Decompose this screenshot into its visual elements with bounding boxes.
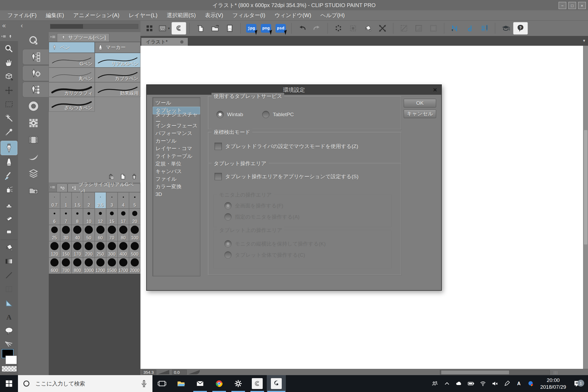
microphone-icon[interactable] <box>139 379 149 388</box>
brush-size-item[interactable]: 250 <box>95 241 106 258</box>
collapse-dock-icon[interactable]: ‹ <box>21 22 23 29</box>
snap-to-ruler-button[interactable] <box>448 22 462 35</box>
brush-size-item[interactable]: 1 <box>60 192 72 209</box>
horizontal-scrollbar[interactable] <box>440 370 550 375</box>
brush-size-item[interactable]: 1.5 <box>72 192 83 209</box>
text-tool[interactable]: A <box>1 310 17 324</box>
category-item-タッチジェスチャー[interactable]: タッチジェスチャー <box>153 114 200 122</box>
zoom-slider[interactable] <box>158 370 169 374</box>
convert-border-button[interactable] <box>426 22 441 35</box>
new-canvas-button[interactable] <box>193 22 208 35</box>
panel-menu-icon[interactable] <box>50 184 56 191</box>
onedrive-tray-button[interactable] <box>453 380 465 387</box>
eraser-tool[interactable] <box>1 210 17 224</box>
brush-size-item[interactable]: 3 <box>106 192 118 209</box>
radio-button[interactable] <box>262 111 270 118</box>
brush-size-item[interactable]: 500 <box>129 241 140 258</box>
main-menu-button[interactable] <box>142 22 157 35</box>
ime-mode-tray-button[interactable]: A <box>513 380 525 387</box>
task-view-taskbar-button[interactable] <box>152 375 171 392</box>
menu-item-6[interactable]: フィルター(I) <box>228 12 270 19</box>
maximize-button[interactable]: □ <box>568 2 576 9</box>
start-button[interactable] <box>0 375 18 392</box>
action-center-button[interactable]: 1 <box>569 379 585 388</box>
menu-item-2[interactable]: アニメーション(A) <box>69 12 124 19</box>
scale-rotate-button[interactable] <box>375 22 390 35</box>
brush-size-item[interactable]: 10 <box>83 209 94 225</box>
material-panel-button[interactable] <box>18 182 49 199</box>
quick-access-panel-button[interactable] <box>18 32 49 48</box>
category-item-ファイル[interactable]: ファイル <box>153 175 200 183</box>
app-area-checkbox[interactable]: タブレット操作エリアをアプリケーションで設定する(S) <box>215 173 359 180</box>
pen-settings-tray-button[interactable] <box>501 380 513 387</box>
brush-size-item[interactable]: 2 <box>83 192 94 209</box>
category-item-定規・単位[interactable]: 定規・単位 <box>153 160 200 168</box>
menu-item-7[interactable]: ウィンドウ(W) <box>270 12 316 19</box>
open-clip-studio-button[interactable] <box>171 22 186 35</box>
volume-muted-tray-button[interactable] <box>489 380 501 387</box>
how-to-use-button[interactable] <box>498 22 513 35</box>
brush-size-dock-panel-button[interactable] <box>22 82 49 97</box>
eyedropper-tool[interactable] <box>1 125 17 139</box>
cancel-button[interactable]: キャンセル <box>404 109 436 118</box>
service-option-1[interactable]: TabletPC <box>262 111 294 118</box>
brush-size-item[interactable]: 0.7 <box>49 192 60 209</box>
delete-sub-tool-button[interactable] <box>131 173 138 180</box>
menu-item-8[interactable]: ヘルプ(H) <box>316 12 349 19</box>
selection-launcher-button[interactable] <box>346 22 360 35</box>
hidden-icons-tray-button[interactable] <box>441 380 453 387</box>
sub-tool-panel-button[interactable] <box>22 49 49 65</box>
brush-size-item[interactable]: 1200 <box>95 258 106 274</box>
menu-item-5[interactable]: 表示(V) <box>200 12 228 19</box>
color-set-panel-button[interactable] <box>18 115 49 131</box>
subtool-group-tab-ペン[interactable]: ペン <box>49 42 95 53</box>
undo-button[interactable] <box>295 22 310 35</box>
battery-tray-button[interactable] <box>465 380 477 387</box>
brush-item[interactable]: 効果線用 <box>95 82 141 97</box>
brush-item[interactable]: Gペン <box>49 53 95 68</box>
move-view-tool[interactable] <box>1 56 17 69</box>
brush-size-item[interactable]: 20 <box>129 209 140 225</box>
brush-size-item[interactable]: 150 <box>60 241 72 258</box>
export-png-button[interactable]: png <box>259 22 273 35</box>
rotation-value[interactable]: 0.0 <box>172 370 187 375</box>
ruler-tool[interactable] <box>1 296 17 310</box>
category-item-カーソル[interactable]: カーソル <box>153 137 200 145</box>
dialog-close-button[interactable]: × <box>431 86 439 93</box>
brush-size-item[interactable]: 200 <box>83 241 94 258</box>
clip-studio-taskbar-button[interactable] <box>248 375 267 392</box>
brush-item[interactable]: ざらつきペン <box>49 97 95 112</box>
move-layer-tool[interactable] <box>1 83 17 97</box>
category-item-ライトテーブル[interactable]: ライトテーブル <box>153 152 200 160</box>
brush-size-panel-tab[interactable]: ブラシサイズ[リアルGペン] <box>68 183 140 192</box>
brush-size-item[interactable]: 2.5 <box>95 192 106 209</box>
subtool-panel-tab[interactable]: サブツール[ペン] <box>57 33 109 42</box>
menu-item-3[interactable]: レイヤー(L) <box>124 12 162 19</box>
brush-size-item[interactable]: 15 <box>106 209 118 225</box>
network-tray-button[interactable] <box>477 380 489 387</box>
file-explorer-taskbar-button[interactable] <box>171 375 191 392</box>
snap-to-special-ruler-button[interactable] <box>462 22 477 35</box>
panel-menu-icon[interactable] <box>50 34 56 41</box>
brush-size-item[interactable]: 2000 <box>129 258 140 274</box>
brush-size-item[interactable]: 6 <box>49 209 60 225</box>
category-item-インターフェース[interactable]: インターフェース <box>153 122 200 130</box>
category-item-カラー変換[interactable]: カラー変換 <box>153 183 200 191</box>
chrome-taskbar-button[interactable] <box>210 375 229 392</box>
close-button[interactable]: × <box>578 2 586 9</box>
fill-tool[interactable] <box>1 240 17 254</box>
vertical-scrollbar[interactable] <box>583 46 588 369</box>
mouse-mode-checkbox[interactable]: タブレットドライバの設定でマウスモードを使用する(Z) <box>215 143 358 150</box>
category-item-ツール[interactable]: ツール <box>153 99 200 107</box>
brush-size-item[interactable]: 25 <box>49 225 60 241</box>
brush-size-item[interactable]: 1500 <box>106 258 118 274</box>
collapse-all-icon[interactable]: « <box>2 22 6 29</box>
brush-size-item[interactable]: 80 <box>118 225 129 241</box>
brush-size-item[interactable]: 50 <box>83 225 94 241</box>
canvas-tab[interactable]: イラスト* <box>141 38 188 46</box>
selection-tool[interactable] <box>1 97 17 111</box>
brush-size-item[interactable]: 1000 <box>83 258 94 274</box>
brush-size-item[interactable]: 5 <box>129 192 140 209</box>
brush-size-item[interactable]: 600 <box>49 258 60 274</box>
horizontal-scrollbar-handle[interactable] <box>441 370 509 374</box>
